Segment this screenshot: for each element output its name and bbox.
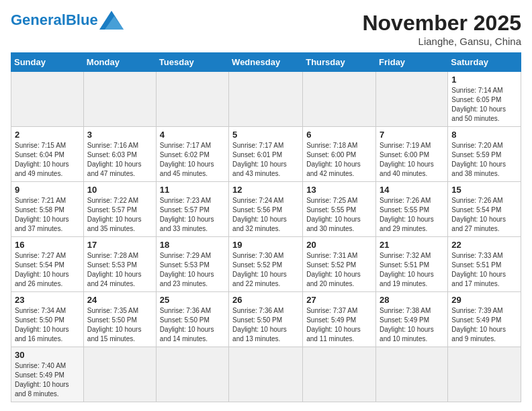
day-info: Sunrise: 7:36 AM Sunset: 5:50 PM Dayligh… [160,306,225,344]
day-info: Sunrise: 7:28 AM Sunset: 5:53 PM Dayligh… [87,251,152,289]
title-block: November 2025 Lianghe, Gansu, China [362,11,521,47]
calendar-header-row: SundayMondayTuesdayWednesdayThursdayFrid… [11,53,521,72]
calendar-cell: 16Sunrise: 7:27 AM Sunset: 5:54 PM Dayli… [11,237,84,292]
calendar-week-row: 9Sunrise: 7:21 AM Sunset: 5:58 PM Daylig… [11,182,521,237]
day-number: 21 [380,240,444,250]
day-number: 27 [306,295,372,305]
calendar-cell: 28Sunrise: 7:38 AM Sunset: 5:49 PM Dayli… [376,292,448,347]
calendar-cell [229,72,303,127]
day-info: Sunrise: 7:37 AM Sunset: 5:49 PM Dayligh… [306,306,372,344]
day-info: Sunrise: 7:35 AM Sunset: 5:50 PM Dayligh… [87,306,152,344]
day-number: 16 [15,240,80,250]
calendar-cell: 20Sunrise: 7:31 AM Sunset: 5:52 PM Dayli… [303,237,376,292]
day-number: 26 [232,295,299,305]
calendar-cell [156,347,228,402]
day-info: Sunrise: 7:16 AM Sunset: 6:03 PM Dayligh… [87,141,152,179]
day-info: Sunrise: 7:27 AM Sunset: 5:54 PM Dayligh… [15,251,80,289]
calendar-cell: 29Sunrise: 7:39 AM Sunset: 5:49 PM Dayli… [448,292,521,347]
day-number: 10 [87,185,152,195]
calendar-weekday-sunday: Sunday [11,53,84,72]
day-info: Sunrise: 7:36 AM Sunset: 5:50 PM Dayligh… [232,306,299,344]
calendar-week-row: 23Sunrise: 7:34 AM Sunset: 5:50 PM Dayli… [11,292,521,347]
calendar-cell: 3Sunrise: 7:16 AM Sunset: 6:03 PM Daylig… [83,127,156,182]
day-number: 5 [232,130,299,140]
day-number: 20 [306,240,372,250]
calendar-week-row: 30Sunrise: 7:40 AM Sunset: 5:49 PM Dayli… [11,347,521,402]
calendar-cell: 30Sunrise: 7:40 AM Sunset: 5:49 PM Dayli… [11,347,84,402]
day-number: 6 [306,130,372,140]
calendar-table: SundayMondayTuesdayWednesdayThursdayFrid… [11,52,521,402]
calendar-cell [229,347,303,402]
day-info: Sunrise: 7:23 AM Sunset: 5:57 PM Dayligh… [160,196,225,234]
location: Lianghe, Gansu, China [362,36,521,47]
calendar-cell: 27Sunrise: 7:37 AM Sunset: 5:49 PM Dayli… [303,292,376,347]
day-number: 17 [87,240,152,250]
calendar-cell: 10Sunrise: 7:22 AM Sunset: 5:57 PM Dayli… [83,182,156,237]
calendar-cell: 19Sunrise: 7:30 AM Sunset: 5:52 PM Dayli… [229,237,303,292]
calendar-cell [376,72,448,127]
calendar-cell: 7Sunrise: 7:19 AM Sunset: 6:00 PM Daylig… [376,127,448,182]
day-number: 11 [160,185,225,195]
calendar-cell: 21Sunrise: 7:32 AM Sunset: 5:51 PM Dayli… [376,237,448,292]
calendar-week-row: 16Sunrise: 7:27 AM Sunset: 5:54 PM Dayli… [11,237,521,292]
day-info: Sunrise: 7:26 AM Sunset: 5:54 PM Dayligh… [451,196,517,234]
day-info: Sunrise: 7:17 AM Sunset: 6:01 PM Dayligh… [232,141,299,179]
day-number: 23 [15,295,80,305]
calendar-cell: 11Sunrise: 7:23 AM Sunset: 5:57 PM Dayli… [156,182,228,237]
logo-icon [99,11,124,30]
calendar-weekday-friday: Friday [376,53,448,72]
calendar-cell: 17Sunrise: 7:28 AM Sunset: 5:53 PM Dayli… [83,237,156,292]
calendar-weekday-saturday: Saturday [448,53,521,72]
calendar-cell: 4Sunrise: 7:17 AM Sunset: 6:02 PM Daylig… [156,127,228,182]
calendar-cell: 13Sunrise: 7:25 AM Sunset: 5:55 PM Dayli… [303,182,376,237]
calendar-cell: 1Sunrise: 7:14 AM Sunset: 6:05 PM Daylig… [448,72,521,127]
calendar-cell: 22Sunrise: 7:33 AM Sunset: 5:51 PM Dayli… [448,237,521,292]
day-number: 2 [15,130,80,140]
day-info: Sunrise: 7:22 AM Sunset: 5:57 PM Dayligh… [87,196,152,234]
calendar-week-row: 1Sunrise: 7:14 AM Sunset: 6:05 PM Daylig… [11,72,521,127]
calendar-cell [83,347,156,402]
day-number: 3 [87,130,152,140]
calendar-weekday-wednesday: Wednesday [229,53,303,72]
day-info: Sunrise: 7:17 AM Sunset: 6:02 PM Dayligh… [160,141,225,179]
day-number: 7 [380,130,444,140]
page-header: GeneralBlue November 2025 Lianghe, Gansu… [11,11,521,47]
day-info: Sunrise: 7:15 AM Sunset: 6:04 PM Dayligh… [15,141,80,179]
calendar-cell: 9Sunrise: 7:21 AM Sunset: 5:58 PM Daylig… [11,182,84,237]
calendar-cell: 23Sunrise: 7:34 AM Sunset: 5:50 PM Dayli… [11,292,84,347]
calendar-cell: 15Sunrise: 7:26 AM Sunset: 5:54 PM Dayli… [448,182,521,237]
day-info: Sunrise: 7:29 AM Sunset: 5:53 PM Dayligh… [160,251,225,289]
calendar-cell: 14Sunrise: 7:26 AM Sunset: 5:55 PM Dayli… [376,182,448,237]
calendar-week-row: 2Sunrise: 7:15 AM Sunset: 6:04 PM Daylig… [11,127,521,182]
calendar-weekday-monday: Monday [83,53,156,72]
calendar-cell: 25Sunrise: 7:36 AM Sunset: 5:50 PM Dayli… [156,292,228,347]
day-info: Sunrise: 7:21 AM Sunset: 5:58 PM Dayligh… [15,196,80,234]
logo-text: GeneralBlue [11,13,98,28]
calendar-cell: 6Sunrise: 7:18 AM Sunset: 6:00 PM Daylig… [303,127,376,182]
day-number: 18 [160,240,225,250]
day-number: 4 [160,130,225,140]
day-number: 22 [451,240,517,250]
calendar-cell: 8Sunrise: 7:20 AM Sunset: 5:59 PM Daylig… [448,127,521,182]
calendar-cell [156,72,228,127]
day-info: Sunrise: 7:14 AM Sunset: 6:05 PM Dayligh… [451,86,517,124]
day-info: Sunrise: 7:18 AM Sunset: 6:00 PM Dayligh… [306,141,372,179]
day-info: Sunrise: 7:30 AM Sunset: 5:52 PM Dayligh… [232,251,299,289]
logo: GeneralBlue [11,11,124,30]
day-number: 13 [306,185,372,195]
day-info: Sunrise: 7:25 AM Sunset: 5:55 PM Dayligh… [306,196,372,234]
calendar-cell: 24Sunrise: 7:35 AM Sunset: 5:50 PM Dayli… [83,292,156,347]
day-number: 29 [451,295,517,305]
day-number: 15 [451,185,517,195]
calendar-cell [83,72,156,127]
calendar-cell: 2Sunrise: 7:15 AM Sunset: 6:04 PM Daylig… [11,127,84,182]
day-info: Sunrise: 7:32 AM Sunset: 5:51 PM Dayligh… [380,251,444,289]
calendar-cell: 26Sunrise: 7:36 AM Sunset: 5:50 PM Dayli… [229,292,303,347]
day-info: Sunrise: 7:31 AM Sunset: 5:52 PM Dayligh… [306,251,372,289]
day-number: 28 [380,295,444,305]
day-number: 25 [160,295,225,305]
day-info: Sunrise: 7:39 AM Sunset: 5:49 PM Dayligh… [451,306,517,344]
day-info: Sunrise: 7:34 AM Sunset: 5:50 PM Dayligh… [15,306,80,344]
calendar-cell [303,347,376,402]
day-number: 19 [232,240,299,250]
